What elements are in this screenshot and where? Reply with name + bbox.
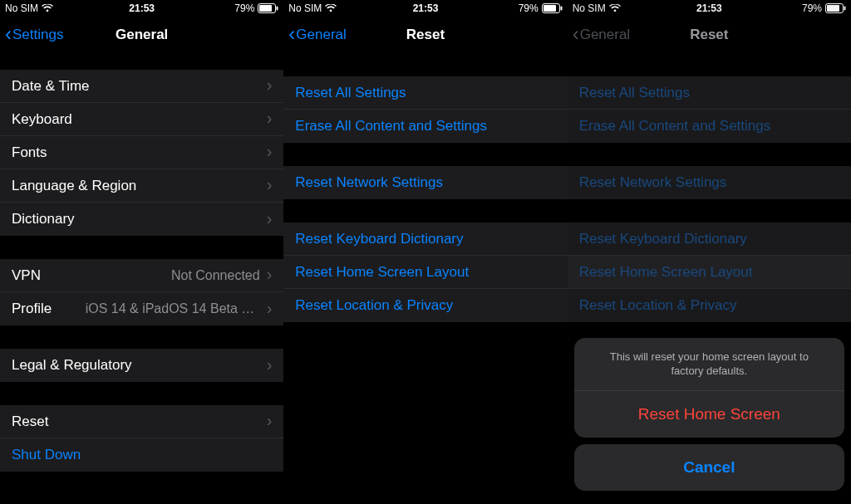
action-sheet-message: This will reset your home screen layout … (574, 338, 844, 391)
row-erase-all-content[interactable]: Erase All Content and Settings (283, 110, 567, 143)
nav-title: Reset (283, 27, 567, 43)
row-reset-home-screen-layout[interactable]: Reset Home Screen Layout (283, 256, 567, 289)
svg-rect-1 (259, 5, 272, 12)
reset-home-screen-button[interactable]: Reset Home Screen (574, 391, 844, 438)
row-reset-all-settings[interactable]: Reset All Settings (283, 76, 567, 110)
row-date-time[interactable]: Date & Time › (0, 70, 283, 103)
status-bar: No SIM 21:53 79% (0, 0, 283, 17)
reset-list[interactable]: Reset All Settings Erase All Content and… (283, 53, 567, 504)
nav-bar: ‹ General Reset (283, 17, 567, 53)
row-vpn[interactable]: VPN Not Connected › (0, 259, 283, 292)
settings-list[interactable]: Date & Time › Keyboard › Fonts › Languag… (0, 53, 283, 504)
row-reset-network[interactable]: Reset Network Settings (283, 166, 567, 199)
row-profile[interactable]: Profile iOS 14 & iPadOS 14 Beta Softwar.… (0, 292, 283, 325)
battery-icon (542, 3, 563, 13)
screenshot-reset: No SIM 21:53 79% ‹ General Reset (283, 0, 567, 504)
battery-percent: 79% (519, 2, 539, 14)
action-sheet: This will reset your home screen layout … (574, 338, 844, 497)
chevron-right-icon: › (267, 355, 273, 374)
nav-bar: ‹ Settings General (0, 17, 283, 53)
row-shut-down[interactable]: Shut Down (0, 438, 283, 472)
chevron-right-icon: › (267, 411, 273, 430)
row-legal[interactable]: Legal & Regulatory › (0, 349, 283, 382)
row-language-region[interactable]: Language & Region › (0, 169, 283, 203)
nav-title: General (0, 27, 283, 43)
row-reset[interactable]: Reset › (0, 405, 283, 438)
wifi-icon (325, 4, 337, 12)
row-keyboard[interactable]: Keyboard › (0, 103, 283, 136)
row-fonts[interactable]: Fonts › (0, 136, 283, 169)
screenshot-general: No SIM 21:53 79% ‹ Settings General (0, 0, 283, 504)
chevron-right-icon: › (267, 142, 273, 161)
chevron-right-icon: › (267, 175, 273, 194)
svg-rect-5 (560, 7, 562, 11)
status-bar: No SIM 21:53 79% (283, 0, 567, 17)
chevron-right-icon: › (267, 76, 273, 95)
screenshot-reset-confirm: No SIM 21:53 79% ‹ General Reset (568, 0, 851, 504)
row-reset-keyboard-dictionary[interactable]: Reset Keyboard Dictionary (283, 223, 567, 256)
svg-rect-2 (277, 7, 278, 11)
carrier-label: No SIM (5, 2, 38, 14)
row-dictionary[interactable]: Dictionary › (0, 203, 283, 236)
vpn-status: Not Connected (171, 268, 260, 283)
svg-rect-4 (544, 5, 556, 12)
chevron-right-icon: › (267, 109, 273, 128)
battery-icon (258, 3, 278, 13)
chevron-right-icon: › (267, 299, 273, 318)
chevron-right-icon: › (267, 209, 273, 228)
chevron-right-icon: › (267, 265, 273, 284)
carrier-label: No SIM (288, 2, 322, 14)
row-reset-location-privacy[interactable]: Reset Location & Privacy (283, 289, 567, 322)
profile-value: iOS 14 & iPadOS 14 Beta Softwar... (86, 301, 260, 316)
battery-percent: 79% (234, 2, 254, 14)
cancel-button[interactable]: Cancel (574, 444, 844, 491)
wifi-icon (42, 4, 53, 12)
